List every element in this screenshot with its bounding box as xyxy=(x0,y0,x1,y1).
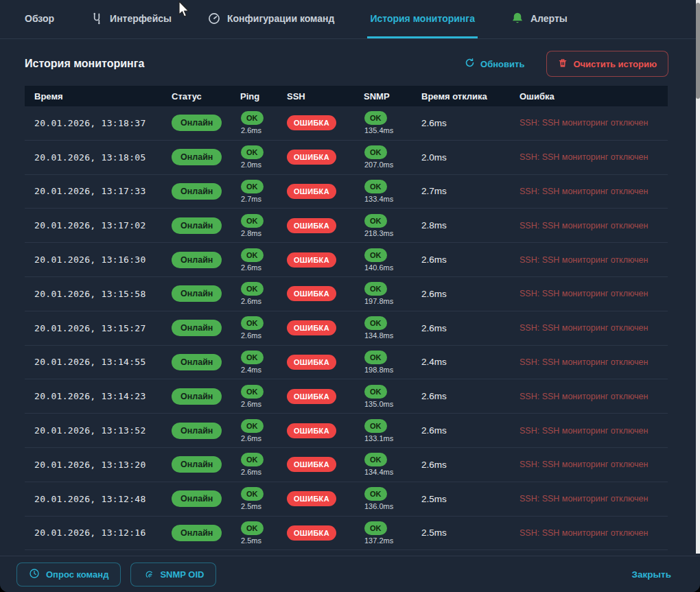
tab-1[interactable]: Обзор xyxy=(22,0,57,38)
ping-ok-badge: OK xyxy=(241,316,264,330)
ping-ms-value: 2.4ms xyxy=(241,366,261,374)
vertical-scrollbar[interactable] xyxy=(696,0,700,554)
online-status-badge: Онлайн xyxy=(172,423,222,439)
table-row[interactable]: 20.01.2026, 13:12:16 Онлайн OK 2.5ms ОШИ… xyxy=(25,517,668,551)
ssh-error-badge: ОШИБКА xyxy=(287,355,336,370)
tab-2[interactable]: Интерфейсы xyxy=(87,0,174,38)
response-time-value: 2.6ms xyxy=(421,460,520,470)
table-row[interactable]: 20.01.2026, 13:12:48 Онлайн OK 2.5ms ОШИ… xyxy=(25,482,668,517)
poll-commands-button[interactable]: Опрос команд xyxy=(16,563,121,587)
row-time: 20.01.2026, 13:13:52 xyxy=(25,425,172,436)
tab-3[interactable]: Конфигурации команд xyxy=(205,0,337,38)
snmp-ms-value: 207.0ms xyxy=(364,161,393,169)
response-time-value: 2.6ms xyxy=(421,323,520,333)
table-row[interactable]: 20.01.2026, 13:17:33 Онлайн OK 2.7ms ОШИ… xyxy=(25,175,668,209)
error-message: SSH: SSH мониторинг отключен xyxy=(520,289,668,298)
tab-bar: ОбзорИнтерфейсыКонфигурации командИстори… xyxy=(0,0,700,39)
table-row[interactable]: 20.01.2026, 13:15:58 Онлайн OK 2.6ms ОШИ… xyxy=(25,277,668,311)
response-time-value: 2.5ms xyxy=(421,494,520,504)
ssh-error-badge: ОШИБКА xyxy=(287,389,336,404)
table-row[interactable]: 20.01.2026, 13:14:55 Онлайн OK 2.4ms ОШИ… xyxy=(25,346,668,380)
error-message: SSH: SSH мониторинг отключен xyxy=(520,221,668,230)
response-time-value: 2.0ms xyxy=(421,152,520,163)
column-header: Статус xyxy=(172,91,240,102)
error-message: SSH: SSH мониторинг отключен xyxy=(520,357,668,367)
online-status-badge: Онлайн xyxy=(172,183,222,200)
online-status-badge: Онлайн xyxy=(172,115,222,131)
table-row[interactable]: 20.01.2026, 13:15:27 Онлайн OK 2.6ms ОШИ… xyxy=(25,311,668,346)
ssh-error-badge: ОШИБКА xyxy=(287,218,336,233)
ssh-error-badge: ОШИБКА xyxy=(287,423,336,438)
error-message: SSH: SSH мониторинг отключен xyxy=(520,255,668,265)
error-message: SSH: SSH мониторинг отключен xyxy=(520,118,668,128)
table-row[interactable]: 20.01.2026, 13:18:37 Онлайн OK 2.6ms ОШИ… xyxy=(25,106,668,141)
clear-history-button[interactable]: Очистить историю xyxy=(546,51,668,77)
table-row[interactable]: 20.01.2026, 13:18:05 Онлайн OK 2.0ms ОШИ… xyxy=(25,141,668,175)
refresh-icon xyxy=(465,58,475,70)
error-message: SSH: SSH мониторинг отключен xyxy=(520,426,668,436)
row-time: 20.01.2026, 13:17:33 xyxy=(25,186,172,196)
table-row[interactable]: 20.01.2026, 13:13:20 Онлайн OK 2.6ms ОШИ… xyxy=(25,448,668,482)
ping-ms-value: 2.5ms xyxy=(241,536,261,545)
ping-ok-badge: OK xyxy=(241,180,264,193)
monitoring-history-modal: ОбзорИнтерфейсыКонфигурации командИстори… xyxy=(0,0,700,592)
ssh-error-badge: ОШИБКА xyxy=(287,457,336,472)
row-time: 20.01.2026, 13:18:37 xyxy=(25,118,172,128)
ssh-error-badge: ОШИБКА xyxy=(287,525,336,541)
ping-ms-value: 2.6ms xyxy=(241,297,261,305)
table-row[interactable]: 20.01.2026, 13:14:23 Онлайн OK 2.6ms ОШИ… xyxy=(25,379,668,414)
tab-4[interactable]: История мониторинга xyxy=(367,0,478,38)
error-message: SSH: SSH мониторинг отключен xyxy=(520,187,668,196)
tab-label: Интерфейсы xyxy=(110,13,172,24)
column-header: Ошибка xyxy=(520,91,668,102)
row-time: 20.01.2026, 13:17:02 xyxy=(25,220,172,230)
ping-ms-value: 2.6ms xyxy=(241,468,261,476)
online-status-badge: Онлайн xyxy=(172,320,222,336)
online-status-badge: Онлайн xyxy=(172,354,222,370)
online-status-badge: Онлайн xyxy=(172,149,222,165)
ping-ok-badge: OK xyxy=(241,351,264,364)
tab-label: Обзор xyxy=(25,13,54,24)
online-status-badge: Онлайн xyxy=(172,490,222,507)
response-time-value: 2.4ms xyxy=(421,357,520,367)
snmp-ok-badge: OK xyxy=(364,248,387,262)
snmp-oid-button[interactable]: SNMP OID xyxy=(130,563,216,587)
trash-icon xyxy=(558,58,568,70)
ssh-error-badge: ОШИБКА xyxy=(287,150,336,165)
snmp-ok-badge: OK xyxy=(364,180,387,193)
close-button[interactable]: Закрыть xyxy=(628,569,675,580)
snmp-ok-badge: OK xyxy=(364,453,387,466)
table-row[interactable]: 20.01.2026, 13:16:30 Онлайн OK 2.6ms ОШИ… xyxy=(25,243,668,277)
refresh-button[interactable]: Обновить xyxy=(460,57,528,71)
error-message: SSH: SSH мониторинг отключен xyxy=(520,494,668,504)
ping-ok-badge: OK xyxy=(241,453,264,466)
online-status-badge: Онлайн xyxy=(172,252,222,268)
snmp-ok-badge: OK xyxy=(364,521,387,535)
clear-history-label: Очистить историю xyxy=(573,59,657,69)
ping-ms-value: 2.5ms xyxy=(241,502,261,510)
ping-ok-badge: OK xyxy=(241,385,264,399)
ping-ms-value: 2.6ms xyxy=(241,331,261,340)
online-status-badge: Онлайн xyxy=(172,456,222,473)
column-header: Ping xyxy=(240,91,287,102)
table-row[interactable]: 20.01.2026, 13:13:52 Онлайн OK 2.6ms ОШИ… xyxy=(25,414,668,448)
scrollbar-thumb[interactable] xyxy=(696,3,700,99)
tab-5[interactable]: Алерты xyxy=(508,0,570,38)
panel-header: История мониторинга Обновить Очистить ис… xyxy=(25,48,668,80)
interfaces-icon xyxy=(90,12,104,25)
table-row[interactable]: 20.01.2026, 13:17:02 Онлайн OK 2.8ms ОШИ… xyxy=(25,209,668,243)
ping-ms-value: 2.0ms xyxy=(241,161,261,169)
ping-ms-value: 2.6ms xyxy=(241,434,261,442)
online-status-badge: Онлайн xyxy=(172,217,222,234)
bell-icon xyxy=(511,12,524,25)
response-time-value: 2.6ms xyxy=(421,289,520,299)
ping-ms-value: 2.6ms xyxy=(241,263,261,272)
ping-ok-badge: OK xyxy=(241,521,264,535)
ping-ms-value: 2.7ms xyxy=(241,195,261,203)
error-message: SSH: SSH мониторинг отключен xyxy=(520,152,668,162)
response-time-value: 2.6ms xyxy=(421,425,520,436)
row-time: 20.01.2026, 13:18:05 xyxy=(25,152,172,163)
table-row[interactable]: OK OK xyxy=(25,550,668,553)
row-time: 20.01.2026, 13:12:48 xyxy=(25,494,172,504)
error-message: SSH: SSH мониторинг отключен xyxy=(520,392,668,401)
